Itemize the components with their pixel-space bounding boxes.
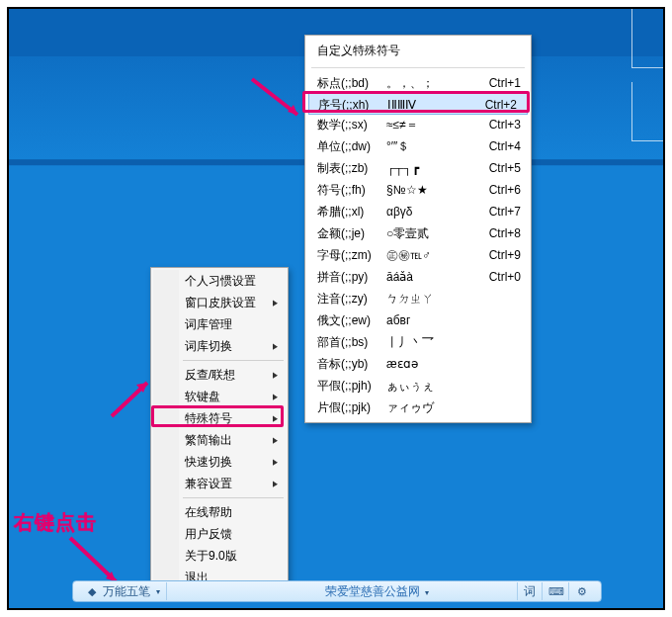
ime-name-segment[interactable]: ◆ 万能五笔 ▾: [79, 582, 167, 600]
menu-item-label: 词库管理: [185, 317, 232, 331]
symbol-item-name: 音标(;;yb): [317, 353, 386, 375]
symbol-item-name: 平假(;;pjh): [317, 375, 386, 397]
symbol-menu-item[interactable]: 序号(;;xh)ⅠⅡⅢⅣCtrl+2: [308, 93, 528, 115]
context-menu-item[interactable]: 词库切换▸: [153, 335, 286, 357]
symbol-item-name: 片假(;;pjk): [317, 397, 386, 418]
symbol-item-sample: ァィゥヴ: [386, 397, 462, 418]
context-menu-item[interactable]: 在线帮助: [153, 501, 286, 523]
context-menu-item[interactable]: 个人习惯设置: [153, 270, 286, 292]
symbol-item-sample: ㄅㄉㄓㄚ: [386, 288, 462, 309]
symbol-menu-item[interactable]: 单位(;;dw)°′″＄Ctrl+4: [305, 135, 531, 157]
context-menu-item[interactable]: 反查/联想▸: [153, 364, 286, 386]
symbol-item-name: 数学(;;sx): [317, 114, 386, 135]
context-menu-item[interactable]: 窗口皮肤设置▸: [153, 292, 286, 313]
desktop-background: 个人习惯设置窗口皮肤设置▸词库管理词库切换▸反查/联想▸软键盘▸特殊符号▸繁简输…: [7, 7, 665, 610]
symbol-item-shortcut: Ctrl+9: [489, 244, 521, 266]
menu-item-label: 在线帮助: [185, 505, 232, 519]
ime-word-button[interactable]: 词: [517, 582, 543, 600]
symbol-item-shortcut: Ctrl+8: [489, 222, 521, 244]
symbol-menu-item[interactable]: 片假(;;pjk)ァィゥヴ: [305, 397, 531, 418]
menu-item-label: 个人习惯设置: [185, 274, 256, 288]
symbol-item-shortcut: Ctrl+3: [489, 114, 521, 135]
menu-item-label: 词库切换: [185, 339, 232, 353]
symbol-menu-item[interactable]: 注音(;;zy)ㄅㄉㄓㄚ: [305, 288, 531, 309]
window-edge-decoration: [631, 82, 665, 141]
symbol-item-shortcut: Ctrl+7: [489, 201, 521, 222]
symbol-menu-item[interactable]: 数学(;;sx)≈≤≠＝Ctrl+3: [305, 114, 531, 135]
context-menu-item[interactable]: 词库管理: [153, 313, 286, 335]
symbol-item-sample: ぁぃぅぇ: [386, 375, 462, 397]
ime-status-bar[interactable]: ◆ 万能五笔 ▾ 荣爱堂慈善公益网 ▾ 词 ⌨ ⚙: [72, 580, 602, 602]
context-menu-item[interactable]: 软键盘▸: [153, 386, 286, 407]
symbol-item-sample: 丨丿丶乛: [386, 331, 462, 353]
symbol-item-sample: αβγδ: [386, 201, 462, 222]
ime-logo-icon: ◆: [85, 584, 99, 598]
symbol-item-shortcut: Ctrl+5: [489, 157, 521, 179]
symbol-item-shortcut: Ctrl+1: [489, 72, 521, 94]
symbol-menu-item[interactable]: 字母(;;zm)㊣㊙℡♂Ctrl+9: [305, 244, 531, 266]
symbol-menu-item[interactable]: 标点(;;bd)。，、；Ctrl+1: [305, 72, 531, 94]
symbol-item-shortcut: Ctrl+4: [489, 135, 521, 157]
context-menu-item[interactable]: 特殊符号▸: [153, 407, 286, 429]
context-menu-item[interactable]: 关于9.0版: [153, 545, 286, 567]
symbol-item-name: 注音(;;zy): [317, 288, 386, 309]
symbol-item-name: 序号(;;xh): [318, 94, 387, 116]
annotation-arrow: [250, 77, 309, 127]
symbol-menu-item[interactable]: 金额(;;je)○零壹贰Ctrl+8: [305, 222, 531, 244]
symbol-item-name: 制表(;;zb): [317, 157, 386, 179]
symbol-item-shortcut: Ctrl+6: [489, 179, 521, 201]
ime-keyboard-button[interactable]: ⌨: [543, 582, 569, 600]
symbol-item-sample: æɛɑə: [386, 353, 462, 375]
menu-separator: [311, 67, 525, 68]
submenu-arrow-icon: ▸: [273, 332, 278, 361]
keyboard-icon: ⌨: [548, 584, 562, 598]
menu-item-label: 关于9.0版: [185, 549, 237, 563]
symbol-item-name: 希腊(;;xl): [317, 201, 386, 222]
ime-center: 荣爱堂慈善公益网 ▾: [167, 583, 517, 600]
menu-item-label: 繁简输出: [185, 433, 232, 447]
menu-item-label: 兼容设置: [185, 477, 232, 490]
symbol-item-sample: ㊣㊙℡♂: [386, 244, 462, 266]
symbol-menu-item[interactable]: 音标(;;yb)æɛɑə: [305, 353, 531, 375]
symbol-menu-item[interactable]: 希腊(;;xl)αβγδCtrl+7: [305, 201, 531, 222]
symbol-item-name: 俄文(;;ew): [317, 309, 386, 331]
context-menu-item[interactable]: 繁简输出▸: [153, 429, 286, 451]
symbol-menu-item[interactable]: 平假(;;pjh)ぁぃぅぇ: [305, 375, 531, 397]
symbol-item-name: 金额(;;je): [317, 222, 386, 244]
ime-name-label: 万能五笔: [103, 583, 150, 600]
gear-icon: ⚙: [575, 584, 589, 598]
menu-item-label: 特殊符号: [185, 411, 232, 425]
window-edge-decoration: [631, 9, 665, 68]
symbol-menu-item[interactable]: 拼音(;;py)āáǎàCtrl+0: [305, 266, 531, 288]
menu-separator: [183, 497, 284, 498]
symbol-item-shortcut: Ctrl+2: [485, 94, 517, 116]
context-menu-item[interactable]: 快速切换▸: [153, 451, 286, 473]
ime-center-link[interactable]: 荣爱堂慈善公益网: [325, 584, 420, 598]
menu-item-label: 反查/联想: [185, 368, 235, 382]
submenu-arrow-icon: ▸: [273, 289, 278, 317]
context-menu-item[interactable]: 用户反馈: [153, 523, 286, 545]
chevron-down-icon: ▾: [156, 587, 160, 596]
right-click-hint-label: 右键点击: [14, 509, 97, 536]
menu-item-label: 用户反馈: [185, 527, 232, 541]
symbol-menu-item[interactable]: 符号(;;fh)§№☆★Ctrl+6: [305, 179, 531, 201]
symbol-item-sample: ○零壹贰: [386, 222, 462, 244]
chevron-down-icon: ▾: [425, 588, 429, 597]
submenu-arrow-icon: ▸: [273, 470, 278, 498]
context-menu: 个人习惯设置窗口皮肤设置▸词库管理词库切换▸反查/联想▸软键盘▸特殊符号▸繁简输…: [150, 267, 289, 591]
symbol-item-sample: §№☆★: [386, 179, 462, 201]
menu-item-label: 快速切换: [185, 455, 232, 469]
ime-settings-button[interactable]: ⚙: [569, 582, 595, 600]
symbol-menu-item[interactable]: 部首(;;bs)丨丿丶乛: [305, 331, 531, 353]
symbol-menu-item[interactable]: 俄文(;;ew)абвг: [305, 309, 531, 331]
context-menu-item[interactable]: 兼容设置▸: [153, 473, 286, 494]
symbol-item-shortcut: Ctrl+0: [489, 266, 521, 288]
symbol-item-name: 部首(;;bs): [317, 331, 386, 353]
symbol-menu-item[interactable]: 制表(;;zb)┌┬┐┏Ctrl+5: [305, 157, 531, 179]
symbol-item-sample: ⅠⅡⅢⅣ: [387, 94, 462, 116]
symbol-item-name: 符号(;;fh): [317, 179, 386, 201]
ime-word-label: 词: [524, 583, 536, 600]
symbol-item-name: 字母(;;zm): [317, 244, 386, 266]
symbol-item-name: 拼音(;;py): [317, 266, 386, 288]
submenu-title: 自定义特殊符号: [305, 39, 531, 65]
